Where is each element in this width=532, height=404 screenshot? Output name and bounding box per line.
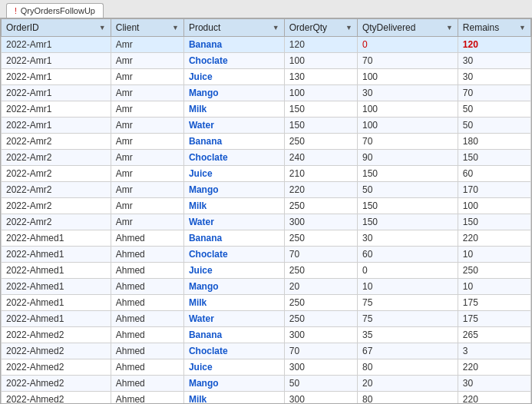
cell-remains: 10: [458, 279, 530, 295]
cell-client: Amr: [111, 101, 183, 118]
cell-qtydelivered: 30: [357, 230, 458, 247]
remains-dropdown-icon[interactable]: ▼: [519, 24, 526, 31]
cell-orderid: 2022-Amr2: [2, 214, 111, 230]
cell-orderqty: 250: [284, 263, 357, 279]
table-row[interactable]: 2022-Amr1AmrMango1003070: [2, 85, 531, 101]
table-row[interactable]: 2022-Ahmed1AhmedJuice2500250: [2, 263, 531, 279]
table-row[interactable]: 2022-Amr1AmrBanana1200120: [2, 37, 531, 53]
cell-orderqty: 300: [284, 214, 357, 230]
cell-client: Amr: [111, 214, 183, 230]
table-row[interactable]: 2022-Ahmed1AhmedWater25075175: [2, 311, 531, 327]
cell-client: Amr: [111, 37, 183, 53]
cell-product: Juice: [183, 69, 284, 85]
table-row[interactable]: 2022-Ahmed2AhmedMilk30080220: [2, 392, 531, 405]
cell-qtydelivered: 75: [357, 311, 458, 327]
cell-orderid: 2022-Amr1: [2, 85, 111, 101]
cell-orderqty: 70: [284, 247, 357, 263]
query-tab[interactable]: ! QryOrdersFollowUp: [6, 3, 104, 18]
header-remains[interactable]: Remains ▼: [458, 19, 530, 37]
cell-client: Ahmed: [111, 279, 183, 295]
cell-client: Ahmed: [111, 327, 183, 343]
table-row[interactable]: 2022-Amr1AmrWater15010050: [2, 118, 531, 134]
orderid-dropdown-icon[interactable]: ▼: [99, 24, 106, 31]
cell-remains: 50: [458, 101, 530, 118]
table-row[interactable]: 2022-Ahmed1AhmedMango201010: [2, 279, 531, 295]
cell-orderid: 2022-Ahmed1: [2, 279, 111, 295]
cell-remains: 220: [458, 392, 530, 405]
cell-qtydelivered: 0: [357, 37, 458, 53]
table-container: OrderID ▼ Client ▼ Product ▼: [0, 18, 532, 404]
table-row[interactable]: 2022-Ahmed1AhmedBanana25030220: [2, 230, 531, 247]
cell-product: Juice: [183, 359, 284, 376]
table-row[interactable]: 2022-Ahmed2AhmedBanana30035265: [2, 327, 531, 343]
cell-orderid: 2022-Ahmed2: [2, 376, 111, 392]
table-row[interactable]: 2022-Amr2AmrBanana25070180: [2, 134, 531, 150]
cell-remains: 150: [458, 150, 530, 166]
cell-orderid: 2022-Amr1: [2, 69, 111, 85]
table-row[interactable]: 2022-Ahmed2AhmedJuice30080220: [2, 359, 531, 376]
cell-orderqty: 250: [284, 230, 357, 247]
cell-qtydelivered: 20: [357, 376, 458, 392]
table-row[interactable]: 2022-Ahmed2AhmedChoclate70673: [2, 343, 531, 359]
cell-client: Ahmed: [111, 230, 183, 247]
cell-remains: 50: [458, 118, 530, 134]
cell-orderqty: 120: [284, 37, 357, 53]
table-row[interactable]: 2022-Ahmed2AhmedMango502030: [2, 376, 531, 392]
cell-client: Amr: [111, 150, 183, 166]
cell-orderqty: 50: [284, 376, 357, 392]
table-row[interactable]: 2022-Ahmed1AhmedMilk25075175: [2, 295, 531, 311]
cell-orderid: 2022-Ahmed2: [2, 327, 111, 343]
table-row[interactable]: 2022-Amr1AmrJuice13010030: [2, 69, 531, 85]
cell-qtydelivered: 35: [357, 327, 458, 343]
orders-table: OrderID ▼ Client ▼ Product ▼: [1, 18, 531, 404]
table-body: 2022-Amr1AmrBanana12001202022-Amr1AmrCho…: [2, 37, 531, 405]
client-dropdown-icon[interactable]: ▼: [172, 24, 179, 31]
cell-qtydelivered: 100: [357, 69, 458, 85]
cell-client: Ahmed: [111, 359, 183, 376]
table-row[interactable]: 2022-Amr2AmrMango22050170: [2, 182, 531, 198]
cell-qtydelivered: 150: [357, 166, 458, 182]
cell-qtydelivered: 67: [357, 343, 458, 359]
product-dropdown-icon[interactable]: ▼: [273, 24, 279, 31]
header-orderqty[interactable]: OrderQty ▼: [284, 19, 357, 37]
cell-orderqty: 150: [284, 101, 357, 118]
cell-remains: 175: [458, 295, 530, 311]
cell-client: Amr: [111, 134, 183, 150]
header-product[interactable]: Product ▼: [183, 19, 284, 37]
cell-orderqty: 250: [284, 198, 357, 214]
cell-client: Ahmed: [111, 263, 183, 279]
cell-product: Choclate: [183, 53, 284, 69]
cell-remains: 100: [458, 198, 530, 214]
cell-qtydelivered: 80: [357, 392, 458, 405]
table-row[interactable]: 2022-Ahmed1AhmedChoclate706010: [2, 247, 531, 263]
cell-client: Amr: [111, 166, 183, 182]
qtydelivered-dropdown-icon[interactable]: ▼: [446, 24, 453, 31]
cell-orderqty: 300: [284, 327, 357, 343]
table-row[interactable]: 2022-Amr1AmrChoclate1007030: [2, 53, 531, 69]
cell-remains: 170: [458, 182, 530, 198]
table-row[interactable]: 2022-Amr2AmrChoclate24090150: [2, 150, 531, 166]
cell-orderid: 2022-Amr1: [2, 37, 111, 53]
cell-remains: 30: [458, 69, 530, 85]
header-orderid[interactable]: OrderID ▼: [2, 19, 111, 37]
table-row[interactable]: 2022-Amr2AmrJuice21015060: [2, 166, 531, 182]
cell-orderid: 2022-Amr2: [2, 166, 111, 182]
header-qtydelivered[interactable]: QtyDelivered ▼: [357, 19, 458, 37]
cell-remains: 60: [458, 166, 530, 182]
cell-product: Milk: [183, 101, 284, 118]
cell-product: Choclate: [183, 247, 284, 263]
cell-client: Amr: [111, 69, 183, 85]
header-client[interactable]: Client ▼: [111, 19, 183, 37]
cell-orderid: 2022-Amr2: [2, 150, 111, 166]
cell-orderid: 2022-Amr2: [2, 134, 111, 150]
cell-product: Banana: [183, 134, 284, 150]
cell-orderid: 2022-Ahmed1: [2, 247, 111, 263]
table-row[interactable]: 2022-Amr2AmrMilk250150100: [2, 198, 531, 214]
table-row[interactable]: 2022-Amr1AmrMilk15010050: [2, 101, 531, 118]
cell-product: Choclate: [183, 343, 284, 359]
cell-remains: 180: [458, 134, 530, 150]
cell-qtydelivered: 10: [357, 279, 458, 295]
table-row[interactable]: 2022-Amr2AmrWater300150150: [2, 214, 531, 230]
cell-remains: 3: [458, 343, 530, 359]
orderqty-dropdown-icon[interactable]: ▼: [345, 24, 352, 31]
